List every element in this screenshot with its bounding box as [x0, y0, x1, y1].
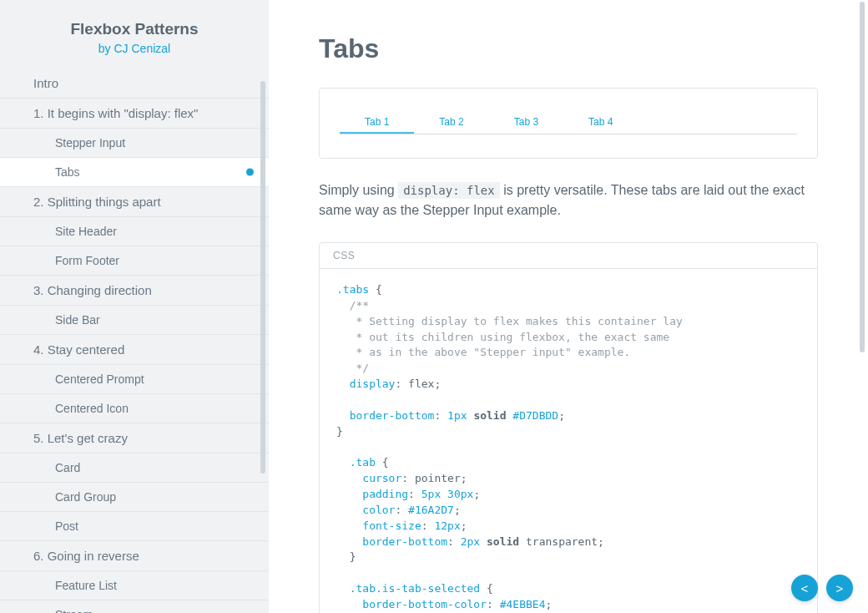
tabs: Tab 1Tab 2Tab 3Tab 4	[340, 112, 797, 134]
code-card-label: CSS	[320, 243, 817, 269]
sidebar: Flexbox Patterns by CJ Cenizal Intro1. I…	[0, 0, 269, 613]
nav-item[interactable]: 5. Let's get crazy	[0, 423, 269, 453]
main-content: Tabs Tab 1Tab 2Tab 3Tab 4 Simply using d…	[269, 0, 868, 613]
active-dot-icon	[246, 169, 254, 176]
nav-item[interactable]: 3. Changing direction	[0, 276, 269, 306]
nav-item[interactable]: Card Group	[0, 483, 269, 512]
code-card: CSS .tabs { /** * Setting display to fle…	[319, 242, 818, 613]
nav-item[interactable]: Stream	[0, 600, 269, 613]
nav-item[interactable]: Site Header	[0, 217, 269, 246]
nav-item[interactable]: 4. Stay centered	[0, 335, 269, 365]
body-pre: Simply using	[319, 183, 398, 197]
nav-item[interactable]: Tabs	[0, 158, 269, 187]
nav-item[interactable]: 6. Going in reverse	[0, 541, 269, 571]
nav-item[interactable]: Centered Icon	[0, 394, 269, 423]
page-title: Tabs	[319, 33, 818, 64]
tab[interactable]: Tab 1	[340, 112, 414, 134]
fab-row: < >	[791, 575, 853, 601]
nav-item[interactable]: Intro	[0, 68, 269, 99]
tab[interactable]: Tab 4	[563, 112, 638, 134]
inline-code: display: flex	[398, 182, 500, 199]
nav-item[interactable]: Card	[0, 453, 269, 483]
nav-item[interactable]: Form Footer	[0, 246, 269, 276]
body-text: Simply using display: flex is pretty ver…	[319, 180, 818, 220]
main-scrollbar[interactable]	[860, 2, 865, 352]
sidebar-nav[interactable]: Intro1. It begins with "display: flex"St…	[0, 65, 269, 613]
site-title: Flexbox Patterns	[17, 20, 252, 38]
site-byline[interactable]: by CJ Cenizal	[17, 42, 252, 55]
tab[interactable]: Tab 2	[414, 112, 488, 134]
nav-item[interactable]: Feature List	[0, 571, 269, 600]
nav-item[interactable]: Side Bar	[0, 306, 269, 335]
example-card: Tab 1Tab 2Tab 3Tab 4	[319, 88, 818, 159]
nav-item[interactable]: Post	[0, 512, 269, 541]
next-button[interactable]: >	[826, 575, 853, 601]
sidebar-scrollbar[interactable]	[260, 81, 265, 474]
sidebar-header: Flexbox Patterns by CJ Cenizal	[0, 0, 269, 65]
nav-item[interactable]: 1. It begins with "display: flex"	[0, 99, 269, 129]
nav-item[interactable]: Stepper Input	[0, 129, 269, 158]
prev-button[interactable]: <	[791, 575, 818, 601]
tab[interactable]: Tab 3	[489, 112, 563, 134]
nav-item[interactable]: 2. Splitting things apart	[0, 187, 269, 217]
nav-item[interactable]: Centered Prompt	[0, 365, 269, 394]
code-block: .tabs { /** * Setting display to flex ma…	[320, 269, 817, 613]
